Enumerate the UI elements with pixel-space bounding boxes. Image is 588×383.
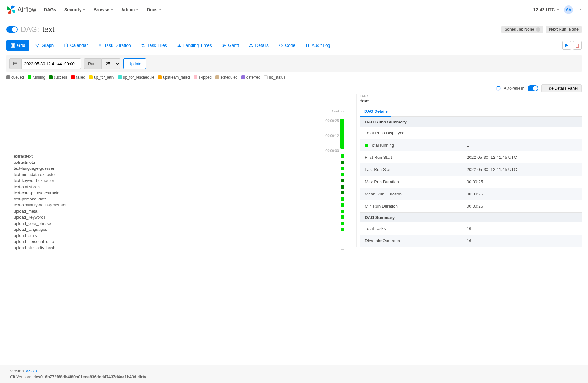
tab-gantt[interactable]: Gantt (218, 40, 243, 51)
legend-success[interactable]: success (49, 75, 67, 80)
task-status-square[interactable] (341, 154, 344, 158)
nav-docs[interactable]: Docs (147, 7, 161, 12)
task-row[interactable]: upload_languages (14, 226, 66, 233)
tab-grid[interactable]: Grid (6, 40, 29, 51)
tab-task-duration[interactable]: Task Duration (93, 40, 135, 51)
table-row: Total Runs Displayed1 (360, 127, 582, 139)
legend-skipped[interactable]: skipped (194, 75, 212, 80)
trigger-dag-button[interactable] (562, 41, 571, 50)
tab-landing-times[interactable]: Landing Times (173, 40, 216, 51)
landing-icon (177, 43, 181, 48)
tab-audit-log[interactable]: Audit Log (301, 40, 334, 51)
legend-failed[interactable]: failed (71, 75, 85, 80)
subtab-dag-details[interactable]: DAG Details (360, 106, 391, 117)
legend-upstream-failed[interactable]: upstream_failed (158, 75, 190, 80)
task-status-square[interactable] (341, 197, 344, 201)
autorefresh-label: Auto-refresh (504, 86, 524, 91)
task-row[interactable]: text-metadata-extractor (14, 172, 66, 178)
legend-queued[interactable]: queued (6, 75, 24, 80)
tab-calendar[interactable]: Calendar (59, 40, 92, 51)
task-status-square[interactable] (341, 215, 344, 219)
task-status-square[interactable] (341, 185, 344, 189)
navbar-right: 12:42 UTC AA (533, 5, 582, 14)
task-row[interactable]: upload_core_phrase (14, 220, 66, 227)
status-dot-icon (365, 144, 368, 147)
logo[interactable]: Airflow (6, 5, 36, 14)
legend-up-for-retry[interactable]: up_for_retry (89, 75, 114, 80)
task-row[interactable]: extractmeta (14, 159, 66, 166)
task-status-square[interactable] (341, 222, 344, 225)
status-legend: queued running success failed up_for_ret… (6, 75, 582, 84)
clock[interactable]: 12:42 UTC (533, 7, 559, 12)
task-status-square[interactable] (341, 210, 344, 213)
task-row[interactable]: extracttext (14, 153, 66, 159)
calendar-icon (64, 43, 68, 48)
nav-security[interactable]: Security (64, 7, 85, 12)
delete-dag-button[interactable] (573, 41, 582, 50)
svg-rect-8 (64, 44, 68, 47)
task-status-square[interactable] (341, 167, 344, 170)
task-row[interactable]: text-language-guesser (14, 165, 66, 172)
legend-deferred[interactable]: deferred (241, 75, 260, 80)
task-status-square[interactable] (341, 234, 344, 237)
base-date-input[interactable] (21, 58, 81, 69)
filter-bar: Runs 25 Update (6, 55, 582, 72)
task-status-square[interactable] (341, 228, 344, 231)
table-row: Mean Run Duration00:00:25 (360, 188, 582, 200)
nav-admin[interactable]: Admin (121, 7, 139, 12)
chevron-down-icon[interactable] (579, 9, 582, 10)
task-status-square[interactable] (341, 179, 344, 182)
task-status-square[interactable] (341, 191, 344, 194)
task-status-square[interactable] (341, 246, 344, 250)
main-split: Duration 00:00:25 00:00:12 00:00:00 extr… (6, 94, 582, 247)
task-row[interactable]: upload_meta (14, 208, 66, 215)
legend-running[interactable]: running (28, 75, 45, 80)
chevron-down-icon (83, 9, 85, 10)
task-row[interactable]: text-personal-data (14, 196, 66, 202)
task-row[interactable]: upload_personal_data (14, 239, 66, 245)
task-status-square[interactable] (341, 161, 344, 164)
task-row[interactable]: text-similarity-hash-generator (14, 202, 66, 208)
tab-details[interactable]: Details (244, 40, 273, 51)
dagrun-bar[interactable] (340, 119, 344, 149)
svg-rect-0 (11, 44, 15, 47)
task-status-square[interactable] (341, 240, 344, 243)
task-row[interactable]: upload_stats (14, 233, 66, 239)
dag-summary-header: DAG Summary (360, 213, 582, 223)
legend-scheduled[interactable]: scheduled (215, 75, 238, 80)
dag-enable-toggle[interactable] (6, 26, 18, 33)
task-row[interactable]: upload_similarity_hash (14, 245, 66, 251)
update-button[interactable]: Update (123, 58, 146, 69)
info-icon[interactable]: i (536, 27, 540, 32)
hide-details-button[interactable]: Hide Details Panel (541, 84, 582, 92)
task-status-square[interactable] (341, 203, 344, 207)
dag-header: DAG: text Schedule: Nonei Next Run: None (6, 25, 582, 34)
task-row[interactable]: text-keyword-extractor (14, 178, 66, 184)
runs-select[interactable]: 25 (102, 58, 120, 69)
tab-task-tries[interactable]: Task Tries (137, 40, 171, 51)
panel-small-label: DAG (360, 94, 582, 98)
tab-graph[interactable]: Graph (31, 40, 58, 51)
avatar[interactable]: AA (564, 5, 573, 14)
trash-icon (575, 43, 579, 48)
table-row: DivaLakeOperators16 (360, 235, 582, 247)
tab-code[interactable]: Code (274, 40, 300, 51)
task-status-square[interactable] (341, 173, 344, 176)
dag-name: text (42, 25, 55, 34)
airflow-pinwheel-icon (6, 5, 16, 14)
calendar-button[interactable] (9, 58, 21, 69)
nextrun-badge: Next Run: None (546, 26, 582, 33)
legend-no-status[interactable]: no_status (264, 75, 285, 80)
dag-tabs-row: Grid Graph Calendar Task Duration Task T… (6, 40, 582, 51)
task-row[interactable]: upload_keywords (14, 214, 66, 220)
dag-details-table: DAG Runs Summary Total Runs Displayed1To… (360, 117, 582, 247)
nav-dags[interactable]: DAGs (44, 7, 56, 12)
table-row: First Run Start2022-05-30, 12:41:45 UTC (360, 151, 582, 163)
autorefresh-toggle[interactable] (528, 85, 538, 91)
dag-runs-summary-header: DAG Runs Summary (360, 117, 582, 127)
task-row[interactable]: text-core-phrase-extractor (14, 190, 66, 196)
legend-up-for-reschedule[interactable]: up_for_reschedule (118, 75, 154, 80)
nav-browse[interactable]: Browse (93, 7, 113, 12)
task-row[interactable]: text-statistican (14, 184, 66, 190)
warning-icon (249, 43, 253, 48)
